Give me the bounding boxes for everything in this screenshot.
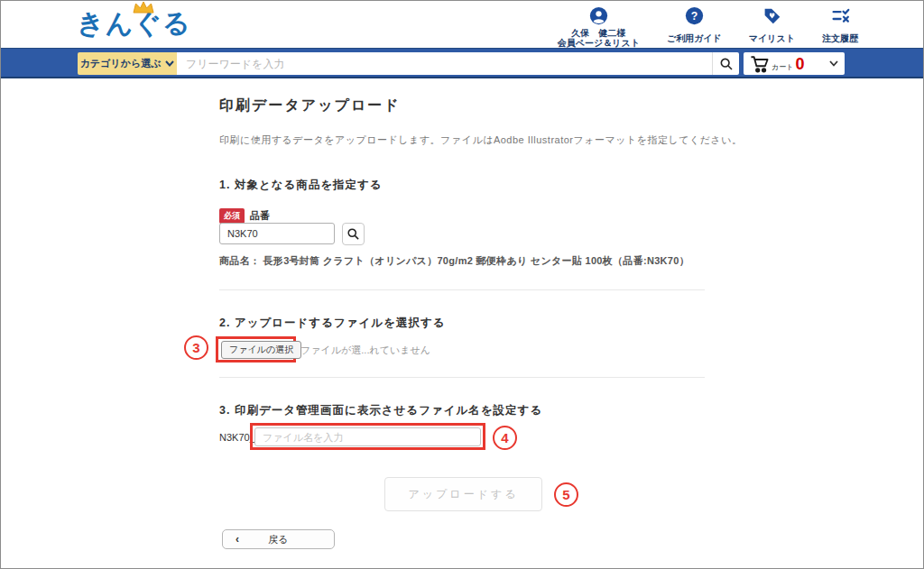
section-file-heading: 2. アップロードするファイルを選択する bbox=[219, 316, 446, 331]
cart-label: カート bbox=[772, 62, 793, 72]
category-select-button[interactable]: カテゴリから選ぶ bbox=[78, 52, 177, 75]
keyword-search-input[interactable] bbox=[177, 52, 712, 75]
back-button-label: 戻る bbox=[268, 533, 288, 546]
search-icon bbox=[719, 57, 734, 71]
order-history-label: 注文履歴 bbox=[822, 33, 858, 43]
mylist-label: マイリスト bbox=[749, 33, 795, 43]
nav-mylist[interactable]: マイリスト bbox=[749, 6, 795, 49]
item-code-label-row: 必須 品番 bbox=[219, 208, 270, 224]
site-header: きんぐる 久保 健二様 会員ページ＆リスト ? ご利用ガイド bbox=[1, 1, 923, 48]
page-description: 印刷に使用するデータをアップロードします。ファイルはAodbe Illustra… bbox=[219, 133, 743, 147]
search-submit-button[interactable] bbox=[712, 52, 739, 75]
nav-member-page[interactable]: 久保 健二様 会員ページ＆リスト bbox=[558, 6, 640, 49]
member-sub-label: 会員ページ＆リスト bbox=[558, 38, 640, 48]
guide-label: ご利用ガイド bbox=[667, 33, 722, 43]
filename-prefix-text: N3K70_ bbox=[219, 432, 255, 443]
cart-button[interactable]: カート 0 bbox=[744, 52, 845, 75]
cart-chevron-down-icon bbox=[829, 60, 838, 67]
annotation-step-3: 3 bbox=[184, 335, 208, 360]
category-select-label: カテゴリから選ぶ bbox=[80, 57, 162, 70]
file-select-status-text: ファイルが選...れていません bbox=[300, 344, 430, 357]
product-name-text: 商品名： 長形3号封筒 クラフト（オリンパス）70g/m2 郵便枠あり センター… bbox=[219, 254, 689, 268]
user-icon bbox=[589, 6, 608, 25]
section-divider bbox=[219, 377, 705, 378]
item-code-input[interactable] bbox=[219, 223, 335, 244]
site-logo[interactable]: きんぐる bbox=[77, 10, 191, 37]
annotation-step-4: 4 bbox=[493, 426, 517, 450]
back-button[interactable]: ‹ 戻る bbox=[222, 529, 335, 549]
search-group: カテゴリから選ぶ bbox=[78, 52, 739, 75]
annotation-step-5: 5 bbox=[554, 482, 578, 507]
upload-button[interactable]: アップロードする bbox=[384, 477, 542, 511]
cart-count-badge: 0 bbox=[795, 56, 804, 72]
nav-guide[interactable]: ? ご利用ガイド bbox=[667, 6, 722, 49]
file-select-button[interactable]: ファイルの選択 bbox=[221, 341, 301, 359]
print-data-upload-page: きんぐる 久保 健二様 会員ページ＆リスト ? ご利用ガイド bbox=[0, 0, 924, 569]
member-name-label: 久保 健二様 bbox=[571, 28, 625, 38]
search-icon bbox=[346, 227, 360, 241]
order-history-icon bbox=[831, 6, 850, 25]
item-code-search-button[interactable] bbox=[342, 223, 365, 245]
question-icon: ? bbox=[685, 6, 704, 25]
filename-input[interactable] bbox=[254, 427, 481, 446]
cart-icon bbox=[750, 55, 770, 73]
top-nav: 久保 健二様 会員ページ＆リスト ? ご利用ガイド マイリスト bbox=[558, 6, 858, 49]
nav-order-history[interactable]: 注文履歴 bbox=[822, 6, 858, 49]
back-chevron-icon: ‹ bbox=[236, 533, 239, 546]
svg-text:?: ? bbox=[691, 10, 698, 23]
search-bar: カテゴリから選ぶ カート 0 bbox=[1, 48, 923, 78]
crown-icon bbox=[133, 1, 154, 14]
page-title: 印刷データアップロード bbox=[219, 96, 401, 115]
chevron-down-icon bbox=[165, 60, 174, 67]
tag-heart-icon bbox=[762, 6, 781, 25]
section-product-heading: 1. 対象となる商品を指定する bbox=[219, 178, 383, 193]
section-filename-heading: 3. 印刷データ管理画面に表示させるファイル名を設定する bbox=[219, 403, 542, 418]
required-badge: 必須 bbox=[219, 208, 245, 224]
item-code-label: 品番 bbox=[250, 209, 270, 223]
section-divider bbox=[219, 289, 705, 290]
